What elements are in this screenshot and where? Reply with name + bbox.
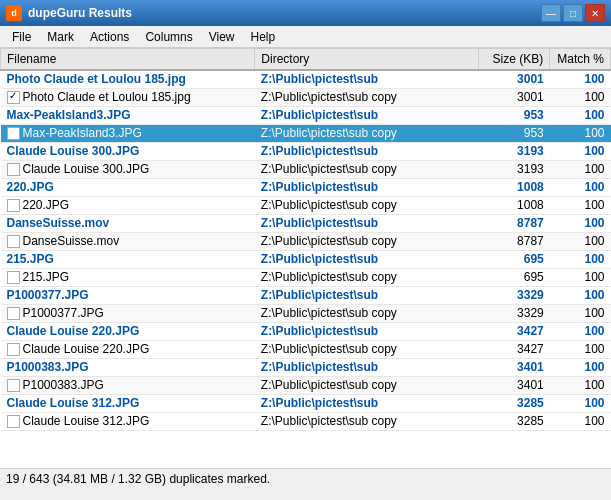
table-row[interactable]: 220.JPGZ:\Public\pictest\sub copy1008100 [1,196,611,214]
menu-file[interactable]: File [4,28,39,45]
menu-actions[interactable]: Actions [82,28,137,45]
filename-cell: Photo Claude et Loulou 185.jpg [1,88,255,106]
row-checkbox[interactable] [7,343,20,356]
table-row[interactable]: Claude Louise 300.JPGZ:\Public\pictest\s… [1,160,611,178]
size-cell: 3427 [479,322,550,340]
size-cell: 8787 [479,232,550,250]
col-header-size[interactable]: Size (KB) [479,49,550,71]
filename-text: P1000377.JPG [7,288,89,302]
filename-text: Max-PeakIsland3.JPG [7,108,131,122]
filename-text: Claude Louise 300.JPG [7,144,140,158]
row-checkbox[interactable] [7,379,20,392]
status-text: 19 / 643 (34.81 MB / 1.32 GB) duplicates… [6,472,270,486]
filename-text: DanseSuisse.mov [7,216,110,230]
col-header-directory[interactable]: Directory [255,49,479,71]
filename-cell: Claude Louise 300.JPG [1,142,255,160]
menu-help[interactable]: Help [243,28,284,45]
match-cell: 100 [550,232,611,250]
directory-cell: Z:\Public\pictest\sub [255,214,479,232]
row-checkbox[interactable] [7,415,20,428]
window-title: dupeGuru Results [28,6,132,20]
filename-text: DanseSuisse.mov [23,234,120,248]
table-row[interactable]: 220.JPGZ:\Public\pictest\sub1008100 [1,178,611,196]
size-cell: 1008 [479,196,550,214]
size-cell: 3427 [479,340,550,358]
match-cell: 100 [550,88,611,106]
table-row[interactable]: Claude Louise 312.JPGZ:\Public\pictest\s… [1,412,611,430]
close-button[interactable]: ✕ [585,4,605,22]
row-checkbox[interactable] [7,199,20,212]
table-row[interactable]: P1000383.JPGZ:\Public\pictest\sub copy34… [1,376,611,394]
directory-cell: Z:\Public\pictest\sub [255,178,479,196]
size-cell: 3001 [479,88,550,106]
maximize-button[interactable]: □ [563,4,583,22]
row-checkbox[interactable] [7,271,20,284]
size-cell: 3285 [479,394,550,412]
match-cell: 100 [550,322,611,340]
table-row[interactable]: DanseSuisse.movZ:\Public\pictest\sub cop… [1,232,611,250]
match-cell: 100 [550,268,611,286]
match-cell: 100 [550,160,611,178]
table-row[interactable]: Claude Louise 300.JPGZ:\Public\pictest\s… [1,142,611,160]
title-bar: d dupeGuru Results — □ ✕ [0,0,611,26]
size-cell: 1008 [479,178,550,196]
table-row[interactable]: Photo Claude et Loulou 185.jpgZ:\Public\… [1,70,611,88]
filename-cell: Claude Louise 300.JPG [1,160,255,178]
col-header-filename[interactable]: Filename [1,49,255,71]
filename-cell: Claude Louise 220.JPG [1,340,255,358]
match-cell: 100 [550,124,611,142]
table-row[interactable]: P1000377.JPGZ:\Public\pictest\sub copy33… [1,304,611,322]
row-checkbox[interactable] [7,91,20,104]
menu-mark[interactable]: Mark [39,28,82,45]
match-cell: 100 [550,196,611,214]
size-cell: 953 [479,106,550,124]
directory-cell: Z:\Public\pictest\sub [255,358,479,376]
table-row[interactable]: Claude Louise 312.JPGZ:\Public\pictest\s… [1,394,611,412]
filename-cell: 215.JPG [1,250,255,268]
directory-cell: Z:\Public\pictest\sub copy [255,232,479,250]
menu-view[interactable]: View [201,28,243,45]
table-row[interactable]: Claude Louise 220.JPGZ:\Public\pictest\s… [1,322,611,340]
filename-cell: DanseSuisse.mov [1,214,255,232]
filename-cell: DanseSuisse.mov [1,232,255,250]
filename-text: Claude Louise 220.JPG [23,342,150,356]
filename-cell: P1000377.JPG [1,286,255,304]
table-row[interactable]: Max-PeakIsland3.JPGZ:\Public\pictest\sub… [1,124,611,142]
size-cell: 3401 [479,376,550,394]
table-row[interactable]: P1000383.JPGZ:\Public\pictest\sub3401100 [1,358,611,376]
directory-cell: Z:\Public\pictest\sub [255,250,479,268]
table-row[interactable]: DanseSuisse.movZ:\Public\pictest\sub8787… [1,214,611,232]
row-checkbox[interactable] [7,307,20,320]
directory-cell: Z:\Public\pictest\sub copy [255,160,479,178]
size-cell: 3401 [479,358,550,376]
table-container: Filename Directory Size (KB) Match % Pho… [0,48,611,468]
table-row[interactable]: 215.JPGZ:\Public\pictest\sub copy695100 [1,268,611,286]
filename-text: Claude Louise 220.JPG [7,324,140,338]
table-row[interactable]: P1000377.JPGZ:\Public\pictest\sub3329100 [1,286,611,304]
col-header-match[interactable]: Match % [550,49,611,71]
row-checkbox[interactable] [7,235,20,248]
menu-bar: File Mark Actions Columns View Help [0,26,611,48]
size-cell: 3001 [479,70,550,88]
table-row[interactable]: Max-PeakIsland3.JPGZ:\Public\pictest\sub… [1,106,611,124]
filename-cell: 215.JPG [1,268,255,286]
table-row[interactable]: 215.JPGZ:\Public\pictest\sub695100 [1,250,611,268]
table-row[interactable]: Claude Louise 220.JPGZ:\Public\pictest\s… [1,340,611,358]
filename-text: 220.JPG [7,180,54,194]
match-cell: 100 [550,340,611,358]
filename-cell: Claude Louise 220.JPG [1,322,255,340]
filename-text: P1000383.JPG [7,360,89,374]
row-checkbox[interactable] [7,127,20,140]
menu-columns[interactable]: Columns [137,28,200,45]
directory-cell: Z:\Public\pictest\sub [255,286,479,304]
row-checkbox[interactable] [7,163,20,176]
filename-text: Max-PeakIsland3.JPG [23,126,142,140]
directory-cell: Z:\Public\pictest\sub [255,106,479,124]
match-cell: 100 [550,394,611,412]
filename-cell: 220.JPG [1,196,255,214]
directory-cell: Z:\Public\pictest\sub copy [255,124,479,142]
filename-text: P1000377.JPG [23,306,104,320]
status-bar: 19 / 643 (34.81 MB / 1.32 GB) duplicates… [0,468,611,490]
table-row[interactable]: Photo Claude et Loulou 185.jpgZ:\Public\… [1,88,611,106]
minimize-button[interactable]: — [541,4,561,22]
